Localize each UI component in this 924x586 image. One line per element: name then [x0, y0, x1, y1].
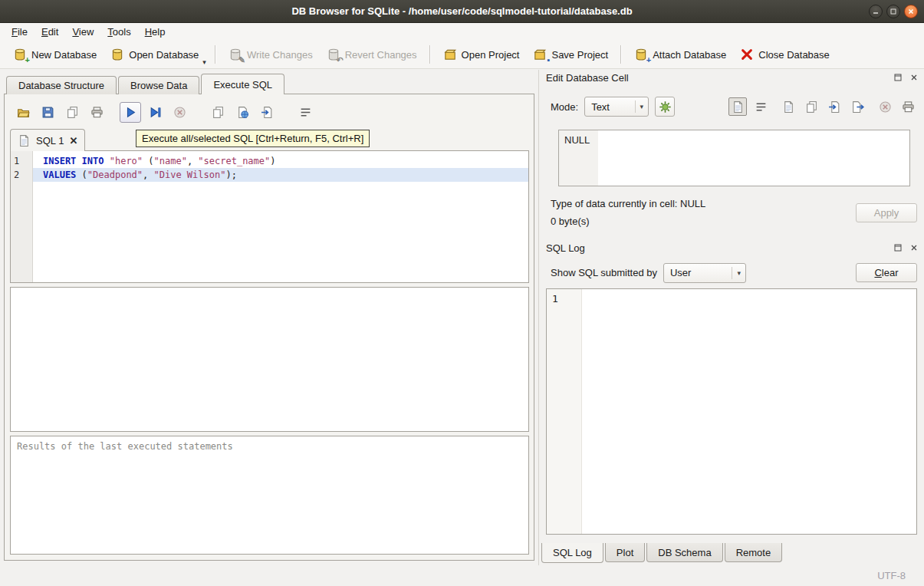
minimize-button[interactable] [869, 5, 883, 18]
cell-size-info: 0 byte(s) [551, 216, 590, 227]
execute-sql-pane: SQL 1 ✕ 1 2 INSERT INTO "hero" ("name", … [4, 94, 534, 561]
export-icon [851, 100, 864, 114]
toolbar-separator [620, 45, 622, 64]
open-sql-file-button[interactable] [12, 102, 34, 123]
menu-tools[interactable]: Tools [100, 25, 137, 39]
sql-log-filter-row: Show SQL submitted by User ▾ Clear [551, 262, 917, 284]
tab-database-structure[interactable]: Database Structure [6, 76, 117, 94]
export-data-button[interactable] [848, 97, 866, 116]
dock-float-button[interactable] [893, 243, 903, 253]
save-sql-file-button[interactable] [37, 102, 58, 123]
edit-cell-dock-titlebar: Edit Database Cell [546, 71, 919, 84]
sql-editor-toolbar [12, 100, 319, 123]
print-sql-button[interactable] [86, 102, 107, 123]
save-project-icon: ▪ [533, 48, 547, 61]
results-message-area[interactable]: Results of the last executed statements [10, 436, 529, 555]
close-database-button[interactable]: Close Database [733, 44, 837, 65]
floppy-icon [41, 106, 54, 119]
tab-browse-data[interactable]: Browse Data [118, 76, 199, 94]
close-icon [910, 74, 918, 81]
dock-close-button[interactable] [909, 73, 919, 83]
menu-view[interactable]: View [65, 25, 100, 39]
toolbar-separator [429, 45, 431, 64]
cell-value-editor[interactable]: NULL [558, 130, 910, 186]
menu-help[interactable]: Help [138, 25, 173, 39]
copy-data-button[interactable] [802, 97, 820, 116]
sql-line-2: VALUES ("Deadpond", "Dive Wilson"); [33, 168, 528, 182]
text-mode-button[interactable] [728, 97, 747, 116]
save-project-button[interactable]: ▪ Save Project [526, 44, 615, 65]
sql-tab-close-icon[interactable]: ✕ [69, 135, 77, 146]
maximize-icon [889, 8, 897, 15]
close-icon [907, 8, 915, 15]
format-sql-button[interactable] [256, 102, 278, 123]
open-in-browser-button[interactable] [232, 102, 253, 123]
text-document-icon [732, 100, 745, 114]
float-icon [894, 244, 902, 252]
dock-close-button[interactable] [909, 243, 919, 253]
attach-database-button[interactable]: + Attach Database [627, 44, 733, 65]
print-cell-button[interactable] [899, 97, 917, 116]
close-button[interactable] [904, 5, 918, 18]
open-project-button[interactable]: Open Project [436, 44, 527, 65]
sql-log-view[interactable]: 1 [546, 288, 917, 535]
clear-log-button[interactable]: Clear [856, 263, 917, 282]
import-icon [828, 100, 841, 114]
document-icon [212, 106, 225, 119]
gear-icon [659, 100, 672, 114]
new-database-button[interactable]: + New Database [6, 44, 104, 65]
log-line-number-gutter: 1 [547, 289, 582, 534]
open-database-button[interactable]: Open Database [104, 44, 206, 65]
sql-line-1: INSERT INTO "hero" ("name", "secret_name… [33, 154, 528, 168]
set-null-button[interactable] [876, 97, 894, 116]
line-number: 1 [11, 154, 32, 168]
float-icon [894, 74, 902, 81]
menu-edit[interactable]: Edit [35, 25, 65, 39]
mode-value: Text [591, 101, 610, 113]
execute-all-button[interactable] [120, 102, 141, 123]
apply-button[interactable]: Apply [856, 203, 917, 222]
revert-changes-button[interactable]: ↶ Revert Changes [320, 44, 424, 65]
mode-combobox[interactable]: Text ▾ [584, 97, 649, 117]
statusbar: UTF-8 [0, 565, 924, 586]
maximize-button[interactable] [886, 5, 900, 18]
open-database-dropdown-arrow[interactable]: ▾ [202, 58, 206, 66]
stop-icon [173, 106, 186, 119]
code-area[interactable]: INSERT INTO "hero" ("name", "secret_name… [33, 151, 528, 282]
sql-log-title: SQL Log [546, 242, 585, 254]
tab-remote[interactable]: Remote [725, 543, 783, 562]
auto-apply-button[interactable] [655, 97, 675, 117]
dock-tabbar: SQL Log Plot DB Schema Remote [541, 543, 784, 563]
close-icon [910, 244, 918, 252]
dock-float-button[interactable] [893, 73, 903, 83]
main-toolbar: + New Database Open Database ▾ ✎ Write C… [0, 41, 924, 69]
tab-sql-log[interactable]: SQL Log [541, 543, 603, 563]
attach-database-icon: + [634, 48, 648, 61]
play-icon [124, 106, 137, 119]
globe-document-icon [236, 106, 249, 119]
stop-execution-button[interactable] [169, 102, 190, 123]
tab-plot[interactable]: Plot [605, 543, 645, 562]
word-wrap-button[interactable] [294, 102, 316, 123]
save-sql-as-button[interactable] [61, 102, 83, 123]
encoding-indicator: UTF-8 [877, 570, 906, 581]
tab-execute-sql[interactable]: Execute SQL [201, 74, 284, 94]
word-wrap-button[interactable] [751, 97, 770, 116]
import-data-button[interactable] [825, 97, 843, 116]
open-project-icon [443, 48, 457, 61]
submitter-combobox[interactable]: User ▾ [663, 263, 746, 283]
sql-document-tab[interactable]: SQL 1 ✕ [10, 129, 85, 151]
open-data-button[interactable] [779, 97, 797, 116]
pane-splitter[interactable] [538, 70, 539, 565]
write-changes-button[interactable]: ✎ Write Changes [222, 44, 320, 65]
submitter-value: User [670, 267, 691, 278]
execute-current-line-button[interactable] [144, 102, 166, 123]
edit-cell-toolbar: Mode: Text ▾ [551, 96, 917, 117]
menu-file[interactable]: File [5, 25, 35, 39]
export-results-button[interactable] [207, 102, 229, 123]
titlebar: DB Browser for SQLite - /home/user/code/… [0, 0, 924, 23]
null-icon [879, 100, 892, 114]
results-grid[interactable] [10, 287, 529, 432]
sql-editor[interactable]: 1 2 INSERT INTO "hero" ("name", "secret_… [10, 150, 529, 283]
tab-db-schema[interactable]: DB Schema [646, 543, 722, 562]
